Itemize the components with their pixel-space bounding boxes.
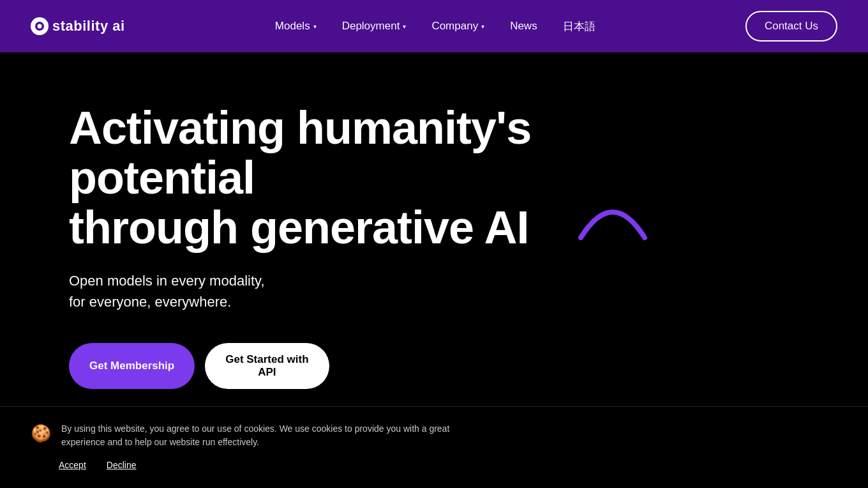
logo-text: stability ai (52, 18, 125, 34)
chevron-down-icon: ▾ (481, 23, 484, 30)
hero-subtext: Open models in every modality, for every… (69, 270, 388, 312)
nav-link-company[interactable]: Company ▾ (431, 20, 484, 33)
svg-point-1 (38, 24, 42, 29)
nav-item-deployment[interactable]: Deployment ▾ (342, 20, 407, 33)
nav-item-models[interactable]: Models ▾ (275, 20, 317, 33)
logo-icon (31, 17, 49, 35)
cookie-top: 🍪 By using this website, you agree to ou… (31, 422, 837, 450)
cookie-decline-button[interactable]: Decline (107, 460, 137, 470)
get-membership-button[interactable]: Get Membership (69, 343, 195, 389)
cookie-accept-button[interactable]: Accept (59, 460, 86, 470)
hero-section: Activating humanity's potential through … (0, 52, 868, 488)
contact-us-button[interactable]: Contact Us (745, 11, 837, 42)
nav-link-japanese[interactable]: 日本語 (563, 19, 595, 34)
hero-heading: Activating humanity's potential through … (69, 103, 618, 252)
logo[interactable]: stability ai (31, 17, 125, 35)
nav-item-news[interactable]: News (510, 20, 537, 33)
chevron-down-icon: ▾ (313, 23, 317, 30)
cookie-banner: 🍪 By using this website, you agree to ou… (0, 406, 868, 488)
navbar: stability ai Models ▾ Deployment ▾ Compa… (0, 0, 868, 52)
nav-links: Models ▾ Deployment ▾ Company ▾ News 日本語 (275, 19, 595, 34)
arc-decoration (574, 193, 651, 244)
cookie-actions: Accept Decline (31, 460, 837, 470)
get-started-api-button[interactable]: Get Started with API (205, 343, 329, 389)
nav-link-news[interactable]: News (510, 20, 537, 33)
cta-buttons: Get Membership Get Started with API (69, 343, 799, 389)
nav-link-deployment[interactable]: Deployment ▾ (342, 20, 407, 33)
cookie-text: By using this website, you agree to our … (61, 422, 495, 450)
nav-link-models[interactable]: Models ▾ (275, 20, 317, 33)
nav-item-japanese[interactable]: 日本語 (563, 19, 595, 34)
chevron-down-icon: ▾ (403, 23, 406, 30)
cookie-icon: 🍪 (31, 423, 51, 443)
nav-item-company[interactable]: Company ▾ (431, 20, 484, 33)
